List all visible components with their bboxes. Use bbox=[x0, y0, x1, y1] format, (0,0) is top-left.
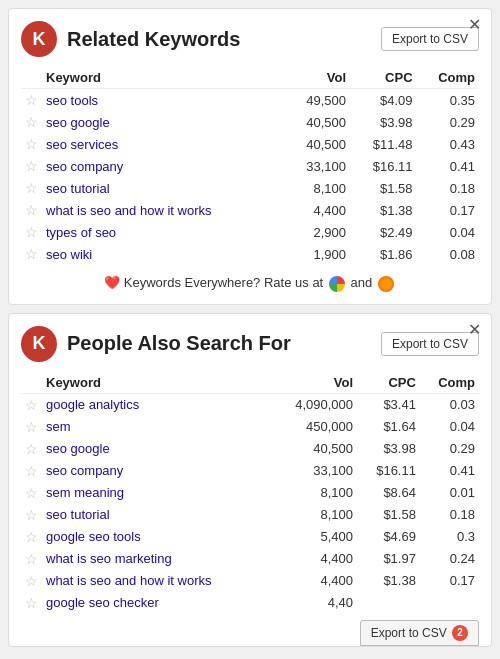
vol-cell: 33,100 bbox=[284, 155, 351, 177]
vol-cell: 2,900 bbox=[284, 221, 351, 243]
star-cell[interactable]: ☆ bbox=[21, 548, 42, 570]
star-cell[interactable]: ☆ bbox=[21, 111, 42, 133]
export-csv-button-2[interactable]: Export to CSV bbox=[381, 332, 479, 356]
comp-cell: 0.29 bbox=[420, 438, 479, 460]
comp-cell: 0.18 bbox=[417, 177, 479, 199]
vol-col-header: Vol bbox=[284, 67, 351, 89]
table-row: ☆ google seo checker 4,40 bbox=[21, 592, 479, 614]
star-cell[interactable]: ☆ bbox=[21, 570, 42, 592]
rate-text: Keywords Everywhere? Rate us at bbox=[124, 275, 323, 290]
cpc-cell: $1.64 bbox=[357, 416, 420, 438]
cpc-cell: $11.48 bbox=[350, 133, 417, 155]
star-cell[interactable]: ☆ bbox=[21, 482, 42, 504]
table-row: ☆ seo services 40,500 $11.48 0.43 bbox=[21, 133, 479, 155]
keyword-col-header: Keyword bbox=[42, 67, 284, 89]
star-cell[interactable]: ☆ bbox=[21, 592, 42, 614]
related-keywords-card: ✕ K Related Keywords Export to CSV Keywo… bbox=[8, 8, 492, 305]
cpc-cell bbox=[357, 592, 420, 614]
vol-cell: 450,000 bbox=[270, 416, 357, 438]
keyword-cell[interactable]: what is seo and how it works bbox=[42, 570, 270, 592]
cpc-cell: $1.58 bbox=[357, 504, 420, 526]
vol-cell: 5,400 bbox=[270, 526, 357, 548]
keyword-cell[interactable]: what is seo and how it works bbox=[42, 199, 284, 221]
star-cell[interactable]: ☆ bbox=[21, 221, 42, 243]
table-row: ☆ what is seo and how it works 4,400 $1.… bbox=[21, 199, 479, 221]
cpc-cell: $4.69 bbox=[357, 526, 420, 548]
keyword-cell[interactable]: google analytics bbox=[42, 393, 270, 416]
export-csv-button[interactable]: Export to CSV bbox=[381, 27, 479, 51]
cpc-col-header: CPC bbox=[350, 67, 417, 89]
heart-icon: ❤️ bbox=[104, 275, 120, 290]
comp-cell: 0.24 bbox=[420, 548, 479, 570]
table-row: ☆ sem meaning 8,100 $8.64 0.01 bbox=[21, 482, 479, 504]
keyword-cell[interactable]: seo tools bbox=[42, 89, 284, 112]
k-logo: K bbox=[21, 21, 57, 57]
card-header-2: K People Also Search For Export to CSV bbox=[21, 326, 479, 362]
keyword-cell[interactable]: seo wiki bbox=[42, 243, 284, 265]
star-cell[interactable]: ☆ bbox=[21, 416, 42, 438]
related-keywords-table: Keyword Vol CPC Comp ☆ seo tools 49,500 … bbox=[21, 67, 479, 265]
cpc-cell: $3.98 bbox=[350, 111, 417, 133]
keyword-cell[interactable]: sem meaning bbox=[42, 482, 270, 504]
title-group: K Related Keywords bbox=[21, 21, 240, 57]
star-cell[interactable]: ☆ bbox=[21, 393, 42, 416]
keyword-cell[interactable]: seo services bbox=[42, 133, 284, 155]
chrome-icon bbox=[329, 276, 345, 292]
rate-bar: ❤️ Keywords Everywhere? Rate us at and bbox=[21, 275, 479, 292]
keyword-cell[interactable]: types of seo bbox=[42, 221, 284, 243]
export-bottom-label: Export to CSV bbox=[371, 625, 447, 639]
cpc-cell: $4.09 bbox=[350, 89, 417, 112]
star-cell[interactable]: ☆ bbox=[21, 438, 42, 460]
star-cell[interactable]: ☆ bbox=[21, 504, 42, 526]
rate-and: and bbox=[350, 275, 372, 290]
star-cell[interactable]: ☆ bbox=[21, 177, 42, 199]
table-row: ☆ seo google 40,500 $3.98 0.29 bbox=[21, 438, 479, 460]
keyword-cell[interactable]: seo tutorial bbox=[42, 177, 284, 199]
vol-cell: 4,090,000 bbox=[270, 393, 357, 416]
close-button-2[interactable]: ✕ bbox=[468, 322, 481, 338]
cpc-cell: $1.38 bbox=[357, 570, 420, 592]
cpc-cell: $8.64 bbox=[357, 482, 420, 504]
cpc-col-header-2: CPC bbox=[357, 372, 420, 394]
keyword-cell[interactable]: seo google bbox=[42, 111, 284, 133]
star-cell[interactable]: ☆ bbox=[21, 526, 42, 548]
keyword-cell[interactable]: google seo checker bbox=[42, 592, 270, 614]
comp-col-header: Comp bbox=[417, 67, 479, 89]
keyword-cell[interactable]: seo google bbox=[42, 438, 270, 460]
table-row: ☆ seo tools 49,500 $4.09 0.35 bbox=[21, 89, 479, 112]
star-cell[interactable]: ☆ bbox=[21, 155, 42, 177]
cpc-cell: $1.38 bbox=[350, 199, 417, 221]
keyword-cell[interactable]: sem bbox=[42, 416, 270, 438]
star-cell[interactable]: ☆ bbox=[21, 199, 42, 221]
comp-cell: 0.04 bbox=[420, 416, 479, 438]
vol-cell: 4,40 bbox=[270, 592, 357, 614]
export-csv-bottom-button[interactable]: Export to CSV 2 bbox=[360, 620, 479, 646]
comp-col-header-2: Comp bbox=[420, 372, 479, 394]
star-cell[interactable]: ☆ bbox=[21, 89, 42, 112]
cpc-cell: $16.11 bbox=[357, 460, 420, 482]
comp-cell: 0.43 bbox=[417, 133, 479, 155]
keyword-cell[interactable]: seo tutorial bbox=[42, 504, 270, 526]
comp-cell: 0.01 bbox=[420, 482, 479, 504]
close-button[interactable]: ✕ bbox=[468, 17, 481, 33]
table-row: ☆ seo tutorial 8,100 $1.58 0.18 bbox=[21, 504, 479, 526]
table-row: ☆ what is seo marketing 4,400 $1.97 0.24 bbox=[21, 548, 479, 570]
comp-cell: 0.41 bbox=[420, 460, 479, 482]
cpc-cell: $16.11 bbox=[350, 155, 417, 177]
keyword-cell[interactable]: seo company bbox=[42, 460, 270, 482]
star-cell[interactable]: ☆ bbox=[21, 460, 42, 482]
k-logo-2: K bbox=[21, 326, 57, 362]
star-cell[interactable]: ☆ bbox=[21, 133, 42, 155]
table-row: ☆ types of seo 2,900 $2.49 0.04 bbox=[21, 221, 479, 243]
card-header: K Related Keywords Export to CSV bbox=[21, 21, 479, 57]
keyword-cell[interactable]: what is seo marketing bbox=[42, 548, 270, 570]
star-cell[interactable]: ☆ bbox=[21, 243, 42, 265]
keyword-cell[interactable]: google seo tools bbox=[42, 526, 270, 548]
vol-cell: 40,500 bbox=[284, 111, 351, 133]
export-badge: 2 bbox=[452, 625, 468, 641]
vol-cell: 40,500 bbox=[270, 438, 357, 460]
keyword-cell[interactable]: seo company bbox=[42, 155, 284, 177]
cpc-cell: $3.41 bbox=[357, 393, 420, 416]
table-row: ☆ sem 450,000 $1.64 0.04 bbox=[21, 416, 479, 438]
comp-cell bbox=[420, 592, 479, 614]
